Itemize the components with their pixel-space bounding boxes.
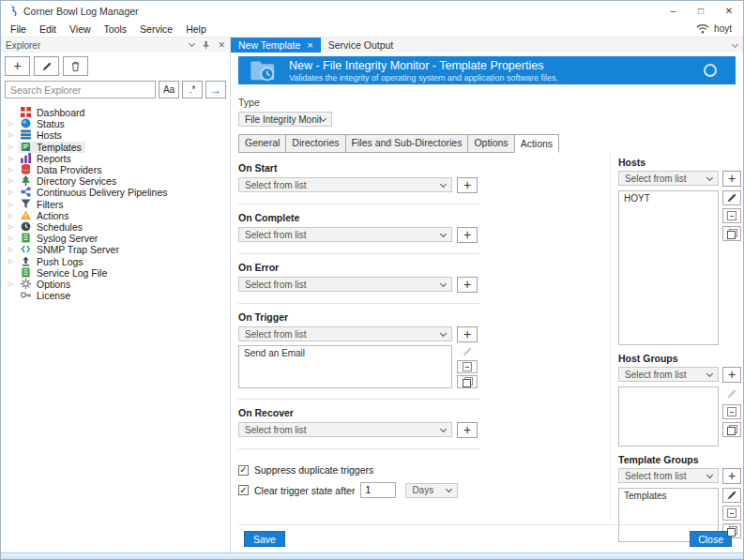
expander-icon[interactable] (8, 258, 19, 265)
tab-actions[interactable]: Actions (514, 134, 559, 153)
list-item[interactable]: Templates (624, 491, 713, 501)
sidebar-item-license[interactable]: License (1, 290, 230, 301)
maximize-button[interactable]: □ (687, 1, 715, 21)
tab-close-icon[interactable] (307, 39, 312, 51)
expander-icon[interactable] (8, 155, 19, 162)
save-button[interactable]: Save (244, 531, 285, 547)
match-case-button[interactable]: Aa (159, 81, 179, 98)
tab-files-and-sub-directories[interactable]: Files and Sub-Directories (345, 134, 469, 153)
expander-icon[interactable] (8, 189, 19, 196)
on-start-select[interactable]: Select from list (238, 177, 452, 192)
tab-options[interactable]: Options (467, 134, 514, 153)
close-button[interactable]: Close (690, 531, 732, 547)
expander-icon[interactable] (8, 280, 19, 288)
host-groups-add-button[interactable] (722, 367, 741, 383)
host-groups-edit-button[interactable] (722, 386, 741, 401)
on-error-select[interactable]: Select from list (238, 277, 452, 292)
expander-icon[interactable] (8, 235, 19, 242)
on-complete-select[interactable]: Select from list (238, 227, 452, 242)
suppress-duplicate-triggers-checkbox[interactable] (238, 465, 249, 476)
explorer-add-button[interactable] (5, 56, 30, 76)
search-go-button[interactable]: → (205, 81, 226, 98)
options-gear-icon (21, 279, 32, 290)
menu-tools[interactable]: Tools (98, 23, 134, 35)
sidebar-item-data-providers[interactable]: Data Providers (1, 164, 230, 175)
on-error-add-button[interactable] (457, 277, 478, 293)
sidebar-item-dashboard[interactable]: Dashboard (1, 107, 230, 118)
sidebar-item-reports[interactable]: Reports (1, 153, 230, 164)
list-item[interactable]: HOYT (624, 193, 713, 204)
tab-directories[interactable]: Directories (285, 134, 345, 153)
host-groups-select[interactable]: Select from list (618, 367, 719, 382)
on-trigger-edit-button[interactable] (457, 345, 478, 358)
template-groups-select[interactable]: Select from list (618, 468, 719, 483)
tab-service-output[interactable]: Service Output (321, 38, 401, 53)
sidebar-item-directory-services[interactable]: Directory Services (1, 175, 230, 187)
clear-trigger-unit-select[interactable]: Days (405, 483, 458, 498)
expander-icon[interactable] (8, 144, 19, 151)
sidebar-item-status[interactable]: Status (1, 118, 230, 129)
sidebar-item-templates[interactable]: Templates (1, 142, 230, 153)
expander-icon[interactable] (8, 166, 19, 174)
sidebar-item-continuous-delivery-pipelines[interactable]: Continuous Delivery Pipelines (1, 187, 230, 198)
regex-button[interactable]: .* (182, 81, 203, 98)
expander-icon[interactable] (8, 212, 19, 219)
type-select[interactable]: File Integrity Monitor (238, 112, 332, 127)
sidebar-item-service-log-file[interactable]: Service Log File (1, 267, 230, 279)
sidebar-item-options[interactable]: Options (1, 279, 230, 290)
menu-file[interactable]: File (4, 23, 33, 35)
menu-view[interactable]: View (63, 23, 98, 35)
tab-new-template[interactable]: New Template (231, 38, 321, 53)
search-input[interactable] (5, 81, 156, 98)
template-groups-add-button[interactable] (722, 468, 741, 484)
hosts-edit-button[interactable] (722, 190, 741, 205)
on-complete-add-button[interactable] (457, 227, 478, 243)
on-trigger-remove-button[interactable] (457, 360, 478, 373)
menu-service[interactable]: Service (133, 23, 179, 35)
panel-menu-chevron-icon[interactable] (189, 40, 195, 47)
hosts-copy-button[interactable] (722, 226, 741, 241)
hosts-add-button[interactable] (722, 171, 741, 187)
panel-close-icon[interactable]: ✕ (218, 40, 225, 50)
on-start-add-button[interactable] (457, 177, 478, 193)
menu-edit[interactable]: Edit (33, 23, 63, 35)
on-recover-select[interactable]: Select from list (238, 422, 452, 437)
template-groups-edit-button[interactable] (722, 488, 741, 503)
on-trigger-list[interactable]: Send an Email (238, 345, 452, 388)
clear-trigger-state-checkbox[interactable] (238, 485, 249, 495)
expander-icon[interactable] (8, 131, 19, 139)
tab-list-chevron-icon[interactable] (732, 41, 738, 48)
tab-general[interactable]: General (238, 134, 286, 153)
explorer-delete-button[interactable] (63, 56, 88, 76)
list-item[interactable]: Send an Email (244, 348, 447, 358)
sidebar-item-schedules[interactable]: Schedules (1, 221, 230, 233)
expander-icon[interactable] (8, 246, 19, 253)
on-trigger-copy-button[interactable] (457, 375, 478, 388)
hosts-remove-button[interactable] (722, 208, 741, 223)
hosts-select[interactable]: Select from list (618, 171, 719, 186)
template-groups-remove-button[interactable] (722, 506, 741, 521)
expander-icon[interactable] (8, 120, 19, 128)
on-trigger-add-button[interactable] (457, 326, 478, 342)
expander-icon[interactable] (8, 177, 19, 185)
host-groups-remove-button[interactable] (722, 404, 741, 419)
hosts-list[interactable]: HOYT (618, 190, 719, 345)
sidebar-item-snmp-trap-server[interactable]: SNMP Trap Server (1, 244, 230, 255)
expander-icon[interactable] (8, 223, 19, 231)
close-window-button[interactable]: ✕ (715, 1, 743, 21)
on-trigger-select[interactable]: Select from list (238, 326, 452, 341)
host-groups-copy-button[interactable] (722, 422, 741, 437)
pin-icon[interactable] (202, 40, 210, 50)
explorer-edit-button[interactable] (34, 56, 59, 76)
sidebar-item-hosts[interactable]: Hosts (1, 129, 230, 141)
host-groups-list[interactable] (618, 386, 719, 446)
clear-trigger-value-input[interactable] (360, 482, 396, 498)
sidebar-item-filters[interactable]: Filters (1, 199, 230, 210)
on-recover-add-button[interactable] (457, 422, 478, 438)
minimize-button[interactable]: – (659, 1, 687, 21)
menu-help[interactable]: Help (179, 23, 213, 35)
sidebar-item-actions[interactable]: Actions (1, 210, 230, 221)
sidebar-item-push-logs[interactable]: Push Logs (1, 255, 230, 266)
sidebar-item-syslog-server[interactable]: Syslog Server (1, 233, 230, 244)
expander-icon[interactable] (8, 201, 19, 208)
